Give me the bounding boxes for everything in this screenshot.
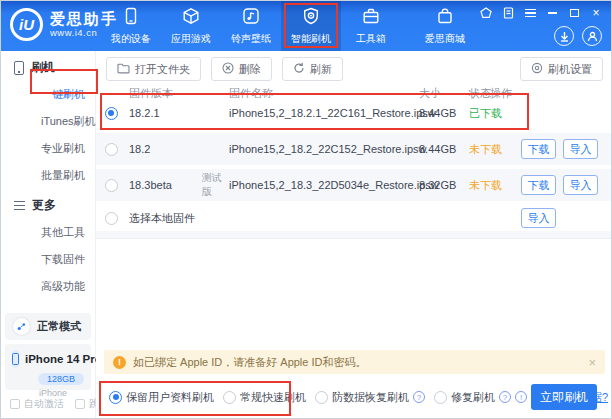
- device-card: iPhone 14 Pro 128GB iPhone: [5, 344, 91, 390]
- row-radio-selected[interactable]: [105, 107, 118, 120]
- warning-icon: !: [113, 356, 126, 369]
- nav-label: 智能刷机: [291, 32, 331, 46]
- local-firmware-label: 选择本地固件: [126, 211, 521, 226]
- menu-icon[interactable]: [524, 7, 536, 19]
- option-radio[interactable]: [315, 391, 328, 404]
- iphone-icon: [12, 350, 19, 368]
- nav-label: 爱思商城: [425, 32, 465, 46]
- sidebar: 刷机 一键刷机 iTunes刷机 专业刷机 批量刷机 更多 其他工具 下载固件 …: [1, 51, 96, 418]
- nav-label: 工具箱: [356, 32, 386, 46]
- firmware-row-18-3beta[interactable]: 18.3beta 测试版 iPhone15,2_18.3_22D5034e_Re…: [96, 169, 611, 201]
- music-note-icon: [242, 7, 260, 29]
- open-folder-button[interactable]: 打开文件夹: [106, 57, 201, 81]
- button-label: 刷机设置: [548, 62, 592, 77]
- delete-button[interactable]: 删除: [211, 57, 272, 81]
- button-label: 刷新: [310, 62, 332, 77]
- refresh-icon: [293, 62, 305, 76]
- option-keep-user-data[interactable]: 保留用户资料刷机: [109, 390, 214, 405]
- import-button[interactable]: 导入: [563, 139, 598, 159]
- local-firmware-row[interactable]: 选择本地固件 导入: [96, 205, 611, 231]
- refresh-button[interactable]: 刷新: [282, 57, 343, 81]
- download-button[interactable]: 下载: [521, 139, 556, 159]
- notice-close-icon[interactable]: ×: [588, 355, 596, 370]
- option-radio[interactable]: [223, 391, 236, 404]
- window-controls: ×: [480, 6, 602, 20]
- beta-tag: 测试版: [202, 171, 226, 199]
- delete-circle-icon: [222, 62, 234, 76]
- download-manager-icon[interactable]: [554, 26, 574, 46]
- firmware-size: 8.44GB: [416, 107, 466, 119]
- flash-settings-button[interactable]: 刷机设置: [520, 57, 603, 81]
- feedback-icon[interactable]: [480, 7, 492, 19]
- firmware-row-18-2-1[interactable]: 18.2.1 iPhone15,2_18.2.1_22C161_Restore.…: [96, 97, 611, 129]
- info-icon[interactable]: !: [515, 391, 527, 403]
- firmware-name: iPhone15,2_18.2.1_22C161_Restore.ipsw: [226, 107, 416, 119]
- firmware-size: 8.44GB: [416, 143, 466, 155]
- row-radio[interactable]: [105, 179, 118, 192]
- sidebar-item-other-tools[interactable]: 其他工具: [1, 219, 95, 246]
- option-label: 常规快速刷机: [240, 390, 306, 405]
- changelog-icon[interactable]: [502, 7, 514, 19]
- checkbox-icon: [75, 399, 85, 409]
- nav-ringtones[interactable]: 铃声壁纸: [221, 1, 281, 51]
- option-anti-recovery-flash[interactable]: 防数据恢复刷机 ?: [315, 390, 425, 405]
- help-icon[interactable]: ?: [499, 391, 511, 403]
- i4tools-window: iU 爱思助手 www.i4.cn 我的设备: [0, 0, 612, 419]
- firmware-name: iPhone15,2_18.2_22C152_Restore.ipsw: [226, 143, 416, 155]
- device-capacity-badge: 128GB: [38, 373, 84, 385]
- nav-smart-flash[interactable]: 智能刷机: [281, 1, 341, 51]
- nav-apps-games[interactable]: 应用游戏: [161, 1, 221, 51]
- firmware-size: 8.32GB: [416, 179, 466, 191]
- i4-logo-icon: iU: [10, 8, 43, 41]
- nav-my-device[interactable]: 我的设备: [101, 1, 161, 51]
- option-label: 防数据恢复刷机: [332, 390, 409, 405]
- button-label: 打开文件夹: [135, 62, 190, 77]
- minimize-icon[interactable]: [546, 7, 558, 19]
- toolbox-icon: [362, 7, 380, 29]
- notice-text: 如已绑定 Apple ID，请准备好 Apple ID和密码。: [133, 355, 581, 370]
- firmware-version: 18.2.1: [126, 107, 226, 119]
- row-radio[interactable]: [105, 212, 118, 225]
- help-icon[interactable]: ?: [413, 391, 425, 403]
- shield-flash-icon: [302, 7, 320, 29]
- apple-id-notice: ! 如已绑定 Apple ID，请准备好 Apple ID和密码。 ×: [104, 350, 605, 374]
- nav-label: 我的设备: [111, 32, 151, 46]
- sidebar-section-title: 刷机: [31, 59, 55, 76]
- sidebar-item-itunes-flash[interactable]: iTunes刷机: [1, 108, 95, 135]
- option-label: 保留用户资料刷机: [126, 390, 214, 405]
- close-icon[interactable]: ×: [590, 7, 602, 19]
- sidebar-section-more: 更多: [1, 189, 95, 219]
- option-radio[interactable]: [434, 391, 447, 404]
- device-mode-card[interactable]: 正常模式: [5, 313, 91, 340]
- auto-activate-checkbox[interactable]: 自动激活: [10, 397, 64, 411]
- nav-toolbox[interactable]: 工具箱: [341, 1, 401, 51]
- option-radio-selected[interactable]: [109, 391, 122, 404]
- firmware-row-18-2[interactable]: 18.2 iPhone15,2_18.2_22C152_Restore.ipsw…: [96, 133, 611, 165]
- firmware-table: 18.2.1 iPhone15,2_18.2.1_22C161_Restore.…: [96, 97, 611, 239]
- option-label: 修复刷机: [451, 390, 495, 405]
- option-normal-flash[interactable]: 常规快速刷机: [223, 390, 306, 405]
- sidebar-section-flash: 刷机: [1, 51, 95, 81]
- checkbox-icon: [10, 399, 20, 409]
- sidebar-item-pro-flash[interactable]: 专业刷机: [1, 135, 95, 162]
- firmware-version: 18.2: [126, 143, 226, 155]
- import-button[interactable]: 导入: [521, 208, 556, 228]
- download-button[interactable]: 下载: [521, 175, 556, 195]
- nav-store[interactable]: 爱思商城: [415, 1, 475, 51]
- sidebar-item-batch-flash[interactable]: 批量刷机: [1, 162, 95, 189]
- option-repair-flash[interactable]: 修复刷机 ? !: [434, 390, 527, 405]
- maximize-icon[interactable]: [568, 7, 580, 19]
- phone-icon: [14, 61, 24, 75]
- account-icon[interactable]: [582, 26, 602, 46]
- import-button[interactable]: 导入: [563, 175, 598, 195]
- nav-label: 铃声壁纸: [231, 32, 271, 46]
- firmware-version: 18.3beta: [129, 179, 172, 191]
- flash-now-button[interactable]: 立即刷机: [531, 384, 597, 410]
- sidebar-item-download-firmware[interactable]: 下载固件: [1, 246, 95, 273]
- row-radio[interactable]: [105, 143, 118, 156]
- sidebar-item-advanced[interactable]: 高级功能: [1, 273, 95, 300]
- device-mode-label: 正常模式: [37, 319, 81, 334]
- sidebar-item-one-click-flash[interactable]: 一键刷机: [1, 81, 95, 108]
- check-label: 自动激活: [24, 397, 64, 411]
- menu-icon: [14, 201, 25, 210]
